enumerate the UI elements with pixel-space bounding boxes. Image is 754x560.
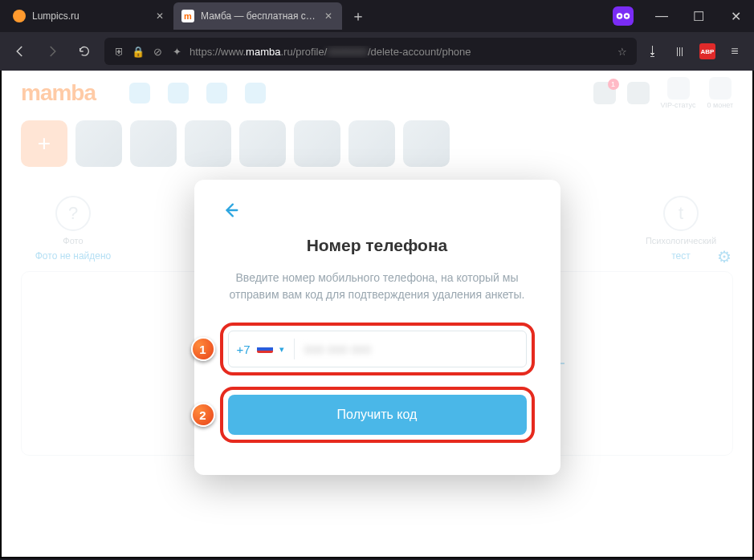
favicon-lumpics: [13, 10, 26, 22]
annotation-number-2: 2: [191, 403, 215, 427]
svg-point-2: [618, 15, 621, 18]
get-code-button[interactable]: Получить код: [228, 395, 527, 435]
library-icon[interactable]: ⫼: [672, 43, 688, 59]
maximize-button[interactable]: ☐: [680, 0, 717, 32]
favicon-mamba: m: [181, 10, 194, 22]
browser-tab-mamba[interactable]: m Мамба — бесплатная сеть зна ✕: [173, 2, 342, 30]
mask-icon: [616, 12, 630, 20]
close-icon[interactable]: ✕: [323, 10, 334, 22]
permissions-icon: ⊘: [151, 45, 164, 58]
viewport: mamba 1 VIP-статус: [0, 71, 754, 558]
new-tab-button[interactable]: ＋: [347, 5, 369, 27]
abp-icon[interactable]: ABP: [699, 43, 715, 59]
extension-badge[interactable]: [613, 6, 634, 26]
svg-point-3: [626, 15, 628, 18]
flag-ru-icon: [257, 345, 273, 353]
download-icon[interactable]: ⭳: [645, 43, 661, 59]
annotation-number-1: 1: [191, 337, 215, 361]
url-text: https://www.mamba.ru/profile/0000000/del…: [190, 46, 609, 58]
tab-strip: Lumpics.ru ✕ m Мамба — бесплатная сеть з…: [0, 0, 754, 32]
divider: [294, 339, 295, 359]
tab-label: Lumpics.ru: [32, 10, 148, 22]
address-bar: ⛨ 🔒 ⊘ ✦ https://www.mamba.ru/profile/000…: [0, 32, 754, 71]
arrow-left-icon: [222, 201, 240, 219]
forward-button[interactable]: [40, 39, 64, 63]
menu-icon[interactable]: ≡: [727, 43, 743, 59]
reload-button[interactable]: [72, 39, 96, 63]
window-controls: ― ☐ ✕: [643, 0, 754, 32]
toolbar-right: ⭳ ⫼ ABP ≡: [645, 43, 746, 59]
tracking-icon: ✦: [170, 45, 183, 58]
modal-back-button[interactable]: [220, 199, 243, 221]
phone-modal: Номер телефона Введите номер мобильного …: [194, 180, 560, 475]
chevron-down-icon[interactable]: ▾: [279, 344, 284, 355]
country-code[interactable]: +7: [237, 343, 251, 356]
url-box[interactable]: ⛨ 🔒 ⊘ ✦ https://www.mamba.ru/profile/000…: [104, 38, 637, 65]
annotation-get-code: 2 Получить код: [220, 387, 535, 443]
phone-input-row[interactable]: +7 ▾: [228, 331, 527, 367]
back-button[interactable]: [8, 39, 32, 63]
shield-icon: ⛨: [112, 45, 125, 58]
annotation-phone-input: 1 +7 ▾: [220, 323, 535, 375]
phone-input[interactable]: [304, 343, 518, 356]
browser-tab-lumpics[interactable]: Lumpics.ru ✕: [5, 2, 173, 30]
modal-description: Введите номер мобильного телефона, на ко…: [220, 270, 535, 303]
close-window-button[interactable]: ✕: [717, 0, 754, 32]
lock-icon: 🔒: [132, 45, 145, 58]
tab-label: Мамба — бесплатная сеть зна: [201, 10, 316, 22]
close-icon[interactable]: ✕: [154, 10, 165, 22]
minimize-button[interactable]: ―: [643, 0, 680, 32]
bookmark-icon[interactable]: ☆: [616, 45, 629, 58]
modal-title: Номер телефона: [220, 236, 535, 255]
